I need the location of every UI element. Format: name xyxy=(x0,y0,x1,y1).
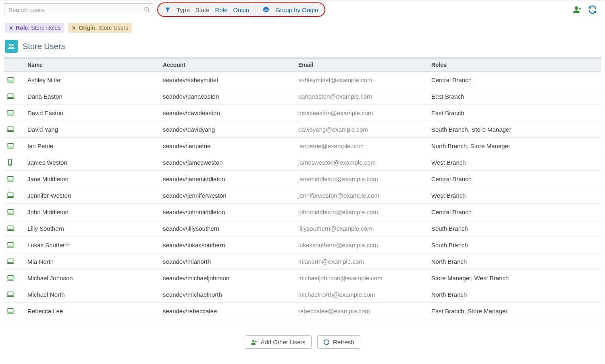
filter-type[interactable]: Type xyxy=(177,6,190,13)
top-actions xyxy=(572,4,601,15)
table-row[interactable]: Rebecca Leeseandev\rebeccaleerebeccalee@… xyxy=(4,303,601,319)
user-account-cell: seandev\jenniferweston xyxy=(160,187,296,204)
user-email-cell[interactable]: michaelnorth@example.com xyxy=(296,286,429,303)
group-by-origin[interactable]: Group by Origin xyxy=(275,6,318,13)
footer-actions: Add Other Users Refresh xyxy=(0,319,605,356)
user-account-cell: seandev\asheymittel xyxy=(160,72,296,88)
table-row[interactable]: John Middletonseandev\johnmiddletonjohnm… xyxy=(4,204,601,220)
laptop-icon xyxy=(4,121,25,138)
user-email-cell[interactable]: lukassouthern@example.com xyxy=(296,237,429,253)
active-filter-chips: ✕ Role: Store Roles ✕ Origin: Store User… xyxy=(0,19,605,34)
refresh-icon xyxy=(323,339,330,345)
layers-icon xyxy=(262,6,270,13)
svg-rect-7 xyxy=(8,110,13,114)
user-name-cell: David Easton xyxy=(25,105,160,121)
user-name-cell: Dana Easton xyxy=(25,88,160,105)
close-icon[interactable]: ✕ xyxy=(72,25,76,31)
laptop-icon xyxy=(4,253,25,270)
svg-line-1 xyxy=(148,10,149,12)
user-email-cell[interactable]: janemiddleton@example.com xyxy=(296,171,429,187)
user-account-cell: seandev\janemiddleton xyxy=(160,171,296,187)
user-email-cell[interactable]: ianpetrie@example.com xyxy=(296,138,429,154)
search-box xyxy=(4,3,153,16)
user-email-cell[interactable]: jenniferweston@example.com xyxy=(296,187,429,204)
table-row[interactable]: Ashley Mittelseandev\asheymittelashleymi… xyxy=(4,72,601,88)
laptop-icon xyxy=(4,138,25,154)
user-email-cell[interactable]: danaeaston@example.com xyxy=(296,88,429,105)
svg-rect-13 xyxy=(8,193,13,196)
table-row[interactable]: Lukas Southernseandev\lukassouthernlukas… xyxy=(4,237,601,253)
user-email-cell[interactable]: jamesweston@example.com xyxy=(296,154,429,171)
user-name-cell: Jane Middleton xyxy=(25,171,160,187)
laptop-icon xyxy=(4,303,25,319)
user-email-cell[interactable]: lillysouthern@example.com xyxy=(296,220,429,237)
search-input[interactable] xyxy=(4,4,141,16)
table-row[interactable]: David Yangseandev\davidyangdavidyang@exa… xyxy=(4,121,601,138)
svg-rect-8 xyxy=(8,127,13,130)
svg-rect-19 xyxy=(8,292,13,296)
table-row[interactable]: Michael Johnsonseandev\michaeljohnsonmic… xyxy=(4,270,601,286)
chip-role[interactable]: ✕ Role: Store Roles xyxy=(5,23,64,33)
table-row[interactable]: David Eastonseandev\davideastondavideast… xyxy=(4,105,601,121)
table-header-row: Name Account Email Roles xyxy=(4,58,601,72)
refresh-footer-button[interactable]: Refresh xyxy=(317,335,360,349)
laptop-icon xyxy=(4,237,25,253)
user-name-cell: Ashley Mittel xyxy=(25,72,160,88)
table-row[interactable]: James Westonseandev\jameswestonjameswest… xyxy=(4,154,601,171)
filter-role[interactable]: Role xyxy=(215,6,228,13)
filter-origin[interactable]: Origin xyxy=(233,6,249,13)
user-name-cell: Lukas Southern xyxy=(25,237,160,253)
col-email-header[interactable]: Email xyxy=(296,58,429,72)
refresh-button[interactable] xyxy=(587,4,598,15)
user-email-cell[interactable]: michaeljohnson@example.com xyxy=(296,270,429,286)
user-roles-cell: South Branch, Store Manager xyxy=(429,121,601,138)
svg-point-3 xyxy=(9,44,11,46)
user-email-cell[interactable]: rebeccalee@example.com xyxy=(296,303,429,319)
table-row[interactable]: Mia Northseandev\mianorthmianorth@exampl… xyxy=(4,253,601,270)
user-email-cell[interactable]: davideaston@example.com xyxy=(296,105,429,121)
user-email-cell[interactable]: mianorth@example.com xyxy=(296,253,429,270)
table-row[interactable]: Michael Northseandev\michaelnorthmichael… xyxy=(4,286,601,303)
table-row[interactable]: Jennifer Westonseandev\jenniferwestonjen… xyxy=(4,187,601,204)
col-roles-header[interactable]: Roles xyxy=(429,58,601,72)
user-name-cell: Lilly Southern xyxy=(25,220,160,237)
top-bar: Type State Role Origin Group by Origin xyxy=(0,0,605,19)
user-roles-cell: Central Branch xyxy=(429,204,601,220)
user-roles-cell: North Branch, Store Manager xyxy=(429,138,601,154)
add-user-icon xyxy=(251,339,257,345)
filter-state[interactable]: State xyxy=(195,6,210,13)
svg-rect-6 xyxy=(8,94,13,97)
users-table: Name Account Email Roles Ashley Mittelse… xyxy=(4,58,601,319)
user-account-cell: seandev\michaelnorth xyxy=(160,286,296,303)
table-row[interactable]: Dana Eastonseandev\danaeastondanaeaston@… xyxy=(4,88,601,105)
filter-bar: Type State Role Origin Group by Origin xyxy=(157,2,325,17)
user-email-cell[interactable]: davidyang@example.com xyxy=(296,121,429,138)
user-account-cell: seandev\lukassouthern xyxy=(160,237,296,253)
svg-rect-14 xyxy=(8,209,13,213)
user-email-cell[interactable]: ashleymittel@example.com xyxy=(296,72,429,88)
chip-origin[interactable]: ✕ Origin: Store Users xyxy=(68,23,132,33)
col-account-header[interactable]: Account xyxy=(160,58,296,72)
col-name-header[interactable]: Name xyxy=(25,58,160,72)
laptop-icon xyxy=(4,204,25,220)
mobile-icon xyxy=(4,154,25,171)
chip-origin-value: Store Users xyxy=(98,25,128,31)
search-icon[interactable] xyxy=(141,4,153,16)
users-group-icon xyxy=(5,40,18,53)
user-account-cell: seandev\danaeaston xyxy=(160,88,296,105)
table-row[interactable]: Ian Petrieseandev\ianpetrieianpetrie@exa… xyxy=(4,138,601,154)
user-name-cell: Rebecca Lee xyxy=(25,303,160,319)
laptop-icon xyxy=(4,187,25,204)
user-name-cell: Ian Petrie xyxy=(25,138,160,154)
add-other-users-button[interactable]: Add Other Users xyxy=(245,335,312,349)
table-row[interactable]: Lilly Southernseandev\lillysouthernlilly… xyxy=(4,220,601,237)
add-user-button[interactable] xyxy=(572,4,582,15)
laptop-icon xyxy=(4,72,25,88)
close-icon[interactable]: ✕ xyxy=(9,25,13,31)
chip-role-value: Store Roles xyxy=(31,25,60,31)
svg-rect-16 xyxy=(8,242,13,246)
user-account-cell: seandev\johnmiddleton xyxy=(160,204,296,220)
user-email-cell[interactable]: johnmiddleton@example.com xyxy=(296,204,429,220)
table-row[interactable]: Jane Middletonseandev\janemiddletonjanem… xyxy=(4,171,601,187)
svg-rect-12 xyxy=(8,176,13,180)
